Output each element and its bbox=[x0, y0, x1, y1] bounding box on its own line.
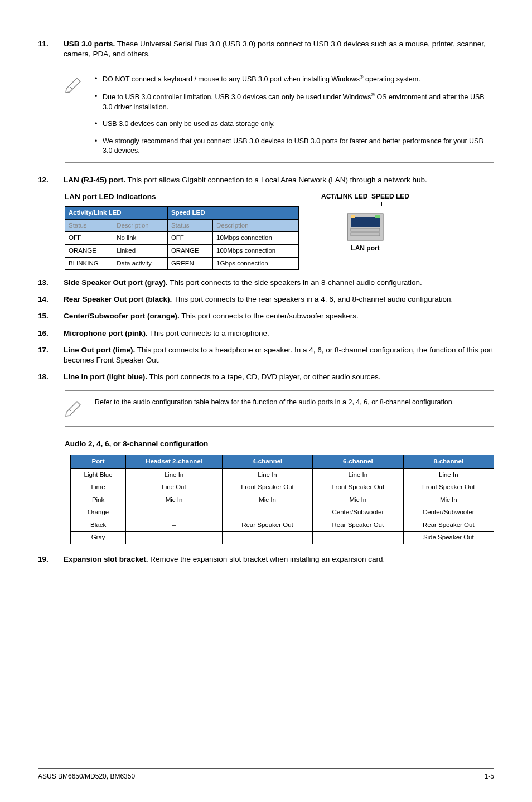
item-12: 12. LAN (RJ-45) port. This port allows G… bbox=[38, 175, 494, 185]
item-number: 18. bbox=[38, 372, 64, 382]
table-cell: Rear Speaker Out bbox=[313, 519, 403, 532]
table-row: Black–Rear Speaker OutRear Speaker OutRe… bbox=[71, 519, 494, 532]
table-row: Orange––Center/SubwooferCenter/Subwoofer bbox=[71, 506, 494, 519]
page-footer: ASUS BM6650/MD520, BM6350 1-5 bbox=[38, 768, 494, 781]
rj45-port-icon bbox=[346, 212, 384, 241]
svg-rect-7 bbox=[351, 233, 380, 236]
table-row: Gray–––Side Speaker Out bbox=[71, 532, 494, 544]
item-title: Center/Subwoofer port (orange). bbox=[64, 312, 180, 320]
item-title: Rear Speaker Out port (black). bbox=[64, 295, 172, 303]
table-cell: Line Out bbox=[126, 481, 223, 494]
item-text: This port allows Gigabit connection to a… bbox=[125, 176, 427, 184]
note-text: Refer to the audio configuration table b… bbox=[95, 398, 494, 419]
table-cell: Line In bbox=[126, 468, 223, 481]
col-header: Headset 2-channel bbox=[126, 455, 223, 468]
col-header: 8-channel bbox=[403, 455, 494, 468]
table-row: StatusDescriptionStatusDescription bbox=[65, 219, 299, 232]
item-14: 14. Rear Speaker Out port (black). This … bbox=[38, 294, 494, 305]
col-header: Port bbox=[71, 455, 126, 468]
band-header: Speed LED bbox=[167, 207, 298, 220]
item-number: 17. bbox=[38, 345, 64, 365]
table-cell: Orange bbox=[71, 506, 126, 519]
note-bullet: We strongly recommend that you connect U… bbox=[95, 137, 494, 156]
table-cell: Front Speaker Out bbox=[403, 481, 494, 494]
note-bullet: DO NOT connect a keyboard / mouse to any… bbox=[95, 74, 494, 84]
table-cell: Side Speaker Out bbox=[403, 532, 494, 544]
table-cell: Lime bbox=[71, 481, 126, 494]
item-number: 11. bbox=[38, 39, 64, 59]
lan-table-wrap: LAN port LED indications Activity/Link L… bbox=[65, 192, 299, 270]
item-18: 18. Line In port (light blue). This port… bbox=[38, 372, 494, 382]
item-19: 19. Expansion slot bracket. Remove the e… bbox=[38, 554, 494, 564]
pencil-icon bbox=[65, 398, 95, 419]
item-title: Expansion slot bracket. bbox=[64, 555, 148, 563]
item-13: 13. Side Speaker Out port (gray). This p… bbox=[38, 278, 494, 288]
table-cell: Gray bbox=[71, 532, 126, 544]
item-body: Line In port (light blue). This port con… bbox=[64, 372, 494, 382]
svg-line-0 bbox=[77, 78, 80, 81]
table-row: ORANGELinkedORANGE100Mbps connection bbox=[65, 244, 299, 257]
svg-line-1 bbox=[69, 86, 72, 89]
item-text: This port connects to a microphone. bbox=[148, 329, 269, 337]
item-text: This port connects to a tape, CD, DVD pl… bbox=[147, 373, 380, 381]
lan-diagram: ACT/LINK LED SPEED LED LAN port bbox=[321, 192, 409, 270]
svg-rect-6 bbox=[351, 228, 380, 231]
col-header: 6-channel bbox=[313, 455, 403, 468]
table-cell: Pink bbox=[71, 494, 126, 506]
table-row: LimeLine OutFront Speaker OutFront Speak… bbox=[71, 481, 494, 494]
table-row: Activity/Link LEDSpeed LED bbox=[65, 207, 299, 220]
svg-line-9 bbox=[69, 409, 72, 413]
item-number: 12. bbox=[38, 175, 64, 185]
table-cell: – bbox=[313, 532, 403, 544]
port-label: LAN port bbox=[321, 244, 409, 253]
item-title: Microphone port (pink). bbox=[64, 329, 148, 337]
table-cell: Line In bbox=[403, 468, 494, 481]
audio-heading: Audio 2, 4, 6, or 8-channel configuratio… bbox=[65, 439, 494, 449]
item-number: 19. bbox=[38, 554, 64, 564]
note-bullet: USB 3.0 devices can only be used as data… bbox=[95, 119, 494, 129]
footer-left: ASUS BM6650/MD520, BM6350 bbox=[38, 772, 135, 781]
item-title: USB 3.0 ports. bbox=[64, 40, 115, 48]
table-cell: Line In bbox=[222, 468, 312, 481]
item-text: This port connects to the side speakers … bbox=[168, 278, 422, 287]
item-title: Line In port (light blue). bbox=[64, 373, 147, 381]
sub-header: Status bbox=[167, 219, 212, 232]
table-cell: Mic In bbox=[222, 494, 312, 506]
table-cell: Center/Subwoofer bbox=[313, 506, 403, 519]
item-number: 16. bbox=[38, 328, 64, 339]
lan-section: LAN port LED indications Activity/Link L… bbox=[65, 192, 494, 270]
item-11: 11. USB 3.0 ports. These Universal Seria… bbox=[38, 39, 494, 59]
svg-rect-3 bbox=[351, 217, 380, 227]
note-block-usb: DO NOT connect a keyboard / mouse to any… bbox=[65, 67, 494, 163]
svg-rect-5 bbox=[375, 215, 380, 218]
band-header: Activity/Link LED bbox=[65, 207, 168, 220]
item-17: 17. Line Out port (lime). This port conn… bbox=[38, 345, 494, 365]
table-row: PinkMic InMic InMic InMic In bbox=[71, 494, 494, 506]
item-body: Center/Subwoofer port (orange). This por… bbox=[64, 311, 494, 321]
svg-line-8 bbox=[77, 402, 80, 405]
table-row: OFFNo linkOFF10Mbps connection bbox=[65, 232, 299, 245]
sub-header: Description bbox=[113, 219, 168, 232]
tick-icon bbox=[349, 202, 349, 206]
item-body: Expansion slot bracket. Remove the expan… bbox=[64, 554, 494, 564]
note-bullet: Due to USB 3.0 controller limitation, US… bbox=[95, 92, 494, 112]
sub-header: Description bbox=[213, 219, 299, 232]
led-label: ACT/LINK LED bbox=[321, 192, 367, 200]
item-title: LAN (RJ-45) port. bbox=[64, 176, 125, 184]
table-cell: Front Speaker Out bbox=[313, 481, 403, 494]
footer-right: 1-5 bbox=[485, 772, 494, 781]
table-cell: Light Blue bbox=[71, 468, 126, 481]
table-cell: Mic In bbox=[126, 494, 223, 506]
item-body: LAN (RJ-45) port. This port allows Gigab… bbox=[64, 175, 494, 185]
table-cell: Rear Speaker Out bbox=[403, 519, 494, 532]
item-title: Side Speaker Out port (gray). bbox=[64, 278, 168, 287]
table-cell: – bbox=[222, 506, 312, 519]
item-text: These Universal Serial Bus 3.0 (USB 3.0)… bbox=[64, 40, 486, 58]
lan-heading: LAN port LED indications bbox=[65, 192, 299, 202]
item-title: Line Out port (lime). bbox=[64, 346, 135, 354]
note-block-audio: Refer to the audio configuration table b… bbox=[65, 390, 494, 427]
item-body: Rear Speaker Out port (black). This port… bbox=[64, 294, 494, 305]
note-body: DO NOT connect a keyboard / mouse to any… bbox=[95, 74, 494, 156]
table-header-row: Port Headset 2-channel 4-channel 6-chann… bbox=[71, 455, 494, 468]
item-body: Line Out port (lime). This port connects… bbox=[64, 345, 494, 365]
